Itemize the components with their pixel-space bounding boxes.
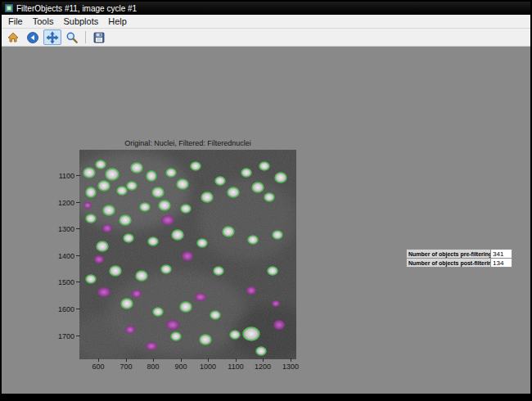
x-tick-label: 700 [114,363,138,371]
zoom-button[interactable] [63,29,81,45]
pan-button[interactable] [43,29,61,45]
post-filter-label: Number of objects post-filtering [406,258,491,268]
x-tick-label: 600 [86,363,110,371]
x-tick-label: 1300 [278,363,303,371]
back-icon [26,31,39,44]
figure-title: Original: Nuclei, Filtered: Filterednucl… [79,139,296,147]
zoom-icon [65,31,79,44]
menu-tools[interactable]: Tools [28,16,59,27]
app-window: FilterObjects #11, image cycle #1 File T… [0,0,532,401]
x-tick-label: 800 [141,363,165,371]
y-tick-label: 1200 [47,199,74,207]
x-tick-label: 900 [169,363,193,371]
menu-file[interactable]: File [3,16,28,27]
window-bottom-edge [2,394,530,399]
y-tick-label: 1700 [47,332,74,340]
y-tick-label: 1600 [47,305,74,313]
toolbar-separator [85,31,86,43]
save-icon [92,31,106,44]
figure-toolbar [2,29,530,47]
pan-icon [46,31,59,44]
app-icon [5,4,13,12]
save-button[interactable] [90,29,108,45]
y-tick-label: 1400 [47,252,74,260]
window-title: FilterObjects #11, image cycle #1 [16,4,137,13]
y-tick-label: 1500 [47,278,74,286]
title-bar[interactable]: FilterObjects #11, image cycle #1 [2,2,530,15]
post-filter-value: 134 [490,258,512,268]
menu-help[interactable]: Help [103,16,132,27]
y-tick-label: 1300 [47,225,74,233]
x-tick-label: 1100 [223,363,248,371]
home-icon [7,31,20,44]
menu-subplots[interactable]: Subplots [58,16,103,27]
stats-table: Number of objects pre-filtering 341 Numb… [406,249,512,268]
y-tick-label: 1100 [47,172,74,180]
back-button[interactable] [24,29,42,45]
microscopy-image[interactable] [79,150,296,359]
menu-bar: File Tools Subplots Help [2,15,530,29]
home-button[interactable] [4,29,22,45]
table-row: Number of objects post-filtering 134 [406,258,512,268]
x-tick-label: 1000 [196,363,220,371]
x-tick-label: 1200 [250,363,275,371]
